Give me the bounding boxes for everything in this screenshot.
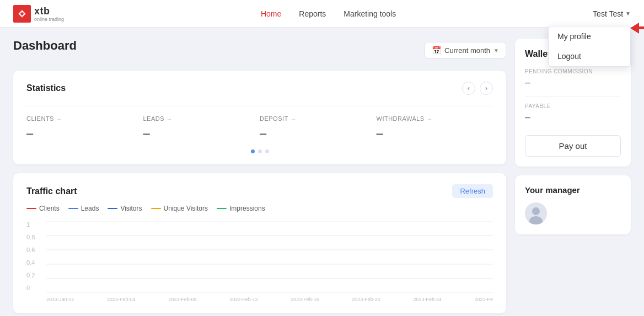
dot-1[interactable] [251, 149, 255, 153]
chevron-down-icon: ▼ [625, 10, 631, 17]
payable-label: PAYABLE [525, 103, 621, 109]
wallet-divider [525, 96, 621, 97]
main-content: Dashboard 📅 Current month ▼ Statistics ‹… [0, 28, 644, 316]
page-title: Dashboard [13, 39, 77, 53]
stat-leads-arrow-icon: → [167, 116, 173, 122]
nav-home[interactable]: Home [261, 7, 281, 20]
user-menu-trigger[interactable]: Test Test ▼ [593, 9, 631, 18]
logo: xtb online trading [13, 5, 64, 23]
stat-deposit-label: DEPOSIT → [260, 115, 368, 122]
chart-title: Traffic chart [26, 186, 77, 196]
right-panel: Wallet Show report PENDING COMMISSION – … [515, 39, 631, 316]
stat-deposit: DEPOSIT → – [260, 115, 377, 141]
legend-clients: Clients [26, 205, 60, 212]
payout-button[interactable]: Pay out [525, 135, 621, 157]
stat-withdrawals-label: WITHDRAWALS → [377, 115, 485, 122]
stat-clients-arrow-icon: → [56, 116, 62, 122]
dropdown-my-profile[interactable]: My profile [549, 26, 630, 46]
y-label-5: 0.2 [26, 272, 42, 278]
y-label-6: 0 [26, 285, 42, 291]
legend-unique-visitors: Unique Visitors [151, 205, 208, 212]
logo-text: xtb [34, 6, 50, 17]
x-label-3: 2023-Feb-08 [168, 297, 197, 302]
stat-withdrawals-value: – [377, 126, 485, 141]
date-filter[interactable]: 📅 Current month ▼ [425, 42, 506, 58]
legend-visitors-line [108, 208, 117, 209]
pending-commission-value: – [525, 77, 621, 88]
legend-impressions-label: Impressions [229, 205, 265, 212]
pagination-dots [26, 149, 493, 153]
pending-commission-section: PENDING COMMISSION – [525, 68, 621, 88]
x-axis: 2023-Jan-31 2023-Feb-04 2023-Feb-08 2023… [46, 294, 493, 302]
logo-text-group: xtb online trading [34, 6, 64, 22]
stat-deposit-arrow-icon: → [291, 116, 297, 122]
legend-leads: Leads [68, 205, 99, 212]
legend-impressions: Impressions [217, 205, 265, 212]
manager-card: Your manager [515, 175, 631, 234]
legend-leads-line [68, 208, 78, 209]
header: xtb online trading Home Reports Marketin… [0, 0, 644, 28]
logo-subtext: online trading [34, 17, 64, 22]
manager-title: Your manager [525, 185, 621, 195]
legend-leads-label: Leads [81, 205, 99, 212]
stat-withdrawals-arrow-icon: → [427, 116, 433, 122]
stat-leads: LEADS → – [143, 115, 260, 141]
pending-commission-label: PENDING COMMISSION [525, 68, 621, 74]
dot-3[interactable] [265, 149, 269, 153]
stats-next-button[interactable]: › [480, 82, 493, 95]
x-label-7: 2023-Feb-24 [413, 297, 442, 302]
y-label-4: 0.4 [26, 259, 42, 266]
y-axis: 1 0.8 0.6 0.4 0.2 0 [26, 221, 42, 302]
chart-plot-area: 2023-Jan-31 2023-Feb-04 2023-Feb-08 2023… [46, 221, 493, 302]
stat-clients-value: – [26, 126, 135, 141]
svg-point-7 [532, 207, 540, 215]
avatar-icon [525, 202, 547, 224]
y-label-3: 0.6 [26, 247, 42, 253]
legend-clients-label: Clients [39, 205, 60, 212]
legend-impressions-line [217, 208, 227, 209]
chart-container: 1 0.8 0.6 0.4 0.2 0 [26, 221, 493, 302]
refresh-button[interactable]: Refresh [452, 184, 493, 198]
dot-2[interactable] [258, 149, 262, 153]
x-label-6: 2023-Feb-20 [352, 297, 380, 302]
legend-visitors: Visitors [108, 205, 142, 212]
stat-deposit-value: – [260, 126, 368, 141]
logo-icon [13, 5, 31, 23]
date-filter-label: Current month [444, 46, 490, 55]
x-label-8: 2023-Fe [474, 297, 493, 302]
calendar-icon: 📅 [432, 46, 441, 55]
chart-svg [46, 221, 493, 293]
y-label-2: 0.8 [26, 234, 42, 240]
user-dropdown-menu: My profile Logout [548, 26, 631, 67]
x-label-5: 2023-Feb-16 [291, 297, 319, 302]
legend-unique-visitors-label: Unique Visitors [164, 205, 208, 212]
legend-unique-visitors-line [151, 208, 161, 209]
x-label-4: 2023-Feb-12 [229, 297, 258, 302]
stat-leads-value: – [143, 126, 251, 141]
statistics-title: Statistics [26, 83, 66, 93]
nav-marketing[interactable]: Marketing tools [344, 7, 396, 20]
statistics-card-header: Statistics ‹ › [26, 82, 493, 95]
manager-avatar [525, 202, 547, 224]
statistics-card: Statistics ‹ › CLIENTS → – LEADS [13, 71, 506, 164]
red-arrow-indicator [630, 23, 644, 34]
arrow-body [639, 26, 644, 29]
date-filter-arrow: ▼ [493, 47, 499, 53]
stats-grid: CLIENTS → – LEADS → – DEPOSIT → [26, 106, 493, 141]
stat-clients-label: CLIENTS → [26, 115, 135, 122]
payable-section: PAYABLE – [525, 103, 621, 123]
stats-prev-button[interactable]: ‹ [462, 82, 475, 95]
legend-visitors-label: Visitors [120, 205, 142, 212]
chart-legend: Clients Leads Visitors Unique Visitors I… [26, 205, 493, 212]
y-label-1: 1 [26, 221, 42, 228]
main-nav: Home Reports Marketing tools [261, 7, 396, 20]
dropdown-logout[interactable]: Logout [549, 46, 630, 66]
chart-header: Traffic chart Refresh [26, 184, 493, 198]
traffic-chart-card: Traffic chart Refresh Clients Leads Visi… [13, 173, 506, 313]
left-panel: Dashboard 📅 Current month ▼ Statistics ‹… [13, 39, 506, 316]
nav-reports[interactable]: Reports [299, 7, 326, 20]
dashboard-header: Dashboard 📅 Current month ▼ [13, 39, 506, 62]
wallet-title: Wallet [525, 49, 551, 59]
payable-value: – [525, 111, 621, 123]
statistics-nav: ‹ › [462, 82, 493, 95]
